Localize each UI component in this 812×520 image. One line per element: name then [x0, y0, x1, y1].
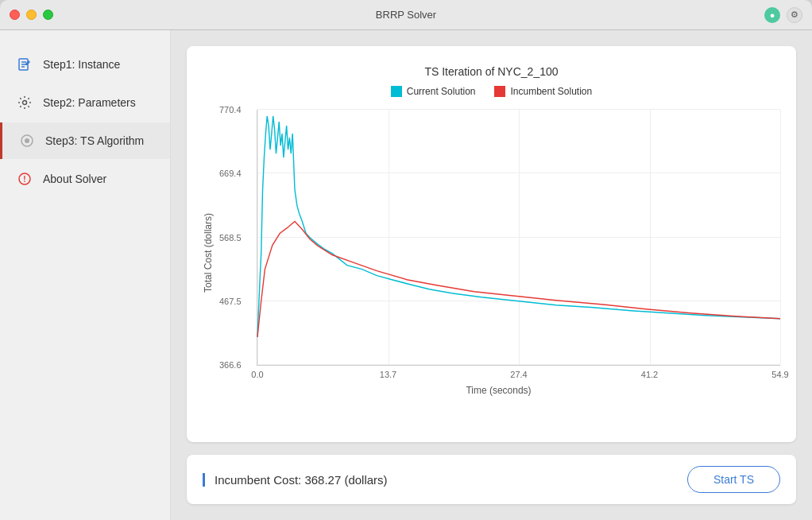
y-axis-label: Total Cost (dollars): [203, 110, 214, 396]
maximize-button[interactable]: [43, 10, 53, 20]
ts-algorithm-icon: [18, 132, 36, 149]
start-ts-button[interactable]: Start TS: [687, 466, 780, 493]
incumbent-solution-swatch: [494, 86, 505, 97]
legend-incumbent-label: Incumbent Solution: [510, 86, 592, 97]
chart-area: Total Cost (dollars): [203, 110, 780, 396]
y-tick-3: 467.5: [219, 297, 242, 306]
parameters-gear-icon: [16, 94, 33, 111]
incumbent-solution-line: [257, 221, 780, 336]
chart-plot: 770.4 669.4 568.5 467.5 366.6 0.0 13.7 2…: [257, 110, 780, 366]
settings-icon[interactable]: ⚙: [787, 7, 802, 23]
close-button[interactable]: [10, 10, 20, 20]
x-tick-3: 41.2: [641, 370, 658, 379]
y-tick-2: 568.5: [219, 233, 242, 243]
main-content: TS Iteration of NYC_2_100 Current Soluti…: [171, 30, 812, 520]
x-tick-2: 27.4: [510, 370, 527, 379]
x-tick-4: 54.9: [771, 370, 788, 379]
current-solution-line: [257, 116, 780, 337]
sidebar-item-about[interactable]: ! About Solver: [0, 161, 170, 197]
current-solution-swatch: [391, 86, 402, 97]
svg-point-6: [25, 138, 29, 143]
chart-svg: [257, 110, 780, 365]
window-title: BRRP Solver: [376, 9, 436, 21]
legend-current-label: Current Solution: [407, 86, 476, 97]
edit-icon: [16, 56, 33, 73]
svg-text:!: !: [23, 175, 25, 184]
x-axis-label: Time (seconds): [217, 385, 780, 396]
about-icon: !: [16, 170, 33, 188]
sidebar-item-about-label: About Solver: [43, 173, 106, 185]
sidebar-item-step3[interactable]: Step3: TS Algorithm: [0, 122, 170, 159]
bottom-bar: Incumbent Cost: 368.27 (dollars) Start T…: [187, 455, 796, 504]
traffic-lights: [10, 10, 53, 20]
legend-incumbent: Incumbent Solution: [494, 86, 592, 97]
sidebar-item-step2[interactable]: Step2: Parameters: [0, 84, 170, 121]
x-tick-0: 0.0: [251, 370, 263, 379]
sidebar-item-step1[interactable]: Step1: Instance: [0, 46, 170, 83]
sidebar-item-step2-label: Step2: Parameters: [43, 96, 136, 109]
incumbent-cost-label: Incumbent Cost: 368.27 (dollars): [203, 473, 388, 487]
y-tick-1: 669.4: [219, 169, 242, 178]
legend-current: Current Solution: [391, 86, 476, 97]
x-tick-1: 13.7: [380, 370, 396, 379]
chart-legend: Current Solution Incumbent Solution: [203, 86, 780, 97]
sidebar: Step1: Instance Step2: Parameters Step3:…: [0, 30, 171, 520]
chart-title: TS Iteration of NYC_2_100: [203, 65, 780, 78]
chart-container: TS Iteration of NYC_2_100 Current Soluti…: [187, 46, 796, 442]
titlebar-icons: ● ⚙: [764, 7, 802, 23]
titlebar: BRRP Solver ● ⚙: [0, 0, 812, 30]
y-tick-0: 770.4: [219, 105, 242, 114]
chart-inner: 770.4 669.4 568.5 467.5 366.6 0.0 13.7 2…: [217, 110, 780, 396]
sidebar-item-step1-label: Step1: Instance: [43, 58, 120, 71]
minimize-button[interactable]: [26, 10, 37, 20]
svg-point-4: [23, 101, 27, 105]
sidebar-item-step3-label: Step3: TS Algorithm: [45, 134, 144, 147]
app-body: Step1: Instance Step2: Parameters Step3:…: [0, 30, 812, 520]
status-icon: ●: [764, 7, 780, 23]
y-tick-4: 366.6: [219, 360, 242, 370]
